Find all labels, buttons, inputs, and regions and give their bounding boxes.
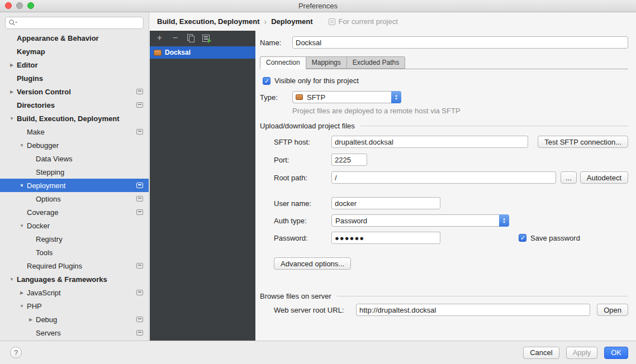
user-name-row: User name:	[274, 197, 628, 209]
chevron-down-icon[interactable]: ▼	[19, 304, 25, 309]
sidebar-item-data-views[interactable]: Data Views	[0, 152, 149, 165]
sidebar-item-debugger[interactable]: ▼Debugger	[0, 138, 149, 152]
web-root-input[interactable]	[356, 304, 590, 316]
project-scope-icon	[136, 263, 143, 269]
auth-type-select[interactable]: Password ▲▼	[331, 214, 509, 227]
port-input[interactable]	[331, 154, 367, 166]
browse-section-header: Browse files on server	[260, 292, 628, 300]
add-server-icon[interactable]: +	[155, 34, 164, 42]
sidebar-item-required-plugins[interactable]: Required Plugins	[0, 259, 149, 272]
server-list-panel: + − Docksal	[150, 31, 255, 341]
save-password-group: Save password	[519, 234, 580, 242]
type-value: SFTP	[305, 93, 389, 102]
tab-connection[interactable]: Connection	[260, 56, 306, 69]
open-button[interactable]: Open	[597, 304, 628, 316]
sidebar-item-label: Data Views	[34, 155, 73, 163]
sidebar-item-label: Registry	[34, 235, 63, 243]
user-name-input[interactable]	[331, 197, 440, 209]
password-input[interactable]	[331, 232, 440, 244]
import-server-icon[interactable]	[202, 35, 210, 42]
search-icon	[8, 19, 17, 27]
sidebar-item-stepping[interactable]: Stepping	[0, 165, 149, 179]
chevron-down-icon[interactable]: ▼	[19, 143, 25, 148]
sidebar-item-debug[interactable]: ▶Debug	[0, 313, 149, 326]
save-password-checkbox[interactable]	[519, 234, 526, 242]
project-scope-icon	[136, 102, 143, 108]
web-root-label: Web server root URL:	[274, 306, 356, 314]
tab-mappings[interactable]: Mappings	[306, 56, 347, 69]
ok-button[interactable]: OK	[604, 347, 628, 359]
sidebar-item-deployment[interactable]: ▼Deployment	[0, 179, 149, 192]
cancel-button[interactable]: Cancel	[523, 347, 559, 359]
window-controls	[5, 2, 34, 9]
root-path-input[interactable]	[331, 171, 556, 184]
server-name: Docksal	[165, 49, 191, 56]
sidebar-item-label: JavaScript	[25, 289, 61, 297]
sidebar-item-php[interactable]: ▼PHP	[0, 299, 149, 313]
tab-excluded-paths[interactable]: Excluded Paths	[347, 56, 405, 69]
chevron-down-icon[interactable]: ▼	[9, 116, 15, 121]
chevron-down-icon[interactable]: ▼	[19, 183, 25, 188]
sidebar-item-docker[interactable]: ▼Docker	[0, 219, 149, 232]
search-input[interactable]	[5, 17, 144, 29]
sidebar-item-appearance-behavior[interactable]: Appearance & Behavior	[0, 31, 149, 45]
type-select[interactable]: SFTP ▲▼	[292, 91, 401, 103]
autodetect-button[interactable]: Autodetect	[580, 171, 628, 184]
chevron-right-icon[interactable]: ▶	[28, 317, 34, 322]
test-sftp-connection-button[interactable]: Test SFTP connection...	[538, 136, 628, 148]
upload-section-header: Upload/download project files	[260, 122, 628, 130]
sidebar-item-build-execution-deployment[interactable]: ▼Build, Execution, Deployment	[0, 112, 149, 125]
sidebar-item-label: Servers	[34, 329, 61, 337]
sftp-host-label: SFTP host:	[274, 138, 331, 146]
chevron-right-icon[interactable]: ▶	[19, 290, 25, 295]
scope-indicator: For current project	[329, 17, 398, 26]
close-window-icon[interactable]	[5, 2, 12, 9]
help-button[interactable]: ?	[10, 347, 22, 358]
project-scope-icon	[136, 196, 143, 202]
sidebar-item-tools[interactable]: Tools	[0, 246, 149, 259]
sidebar-item-plugins[interactable]: Plugins	[0, 71, 149, 85]
visible-only-checkbox[interactable]	[263, 77, 270, 85]
type-help-text: Project files are deployed to a remote h…	[292, 107, 628, 115]
breadcrumb-part-parent[interactable]: Build, Execution, Deployment	[157, 17, 259, 26]
sidebar-item-label: Version Control	[15, 88, 71, 96]
project-scope-icon	[136, 330, 143, 336]
server-list-item-docksal[interactable]: Docksal	[150, 46, 255, 59]
sidebar-item-registry[interactable]: Registry	[0, 232, 149, 246]
copy-server-icon[interactable]	[187, 34, 195, 42]
sidebar-item-version-control[interactable]: ▶Version Control	[0, 85, 149, 98]
breadcrumb: Build, Execution, Deployment › Deploymen…	[150, 12, 636, 31]
sidebar-item-keymap[interactable]: Keymap	[0, 45, 149, 58]
visible-only-label: Visible only for this project	[274, 76, 359, 85]
chevron-right-icon[interactable]: ▶	[9, 89, 15, 94]
sidebar-item-label: Appearance & Behavior	[15, 34, 99, 42]
chevron-right-icon[interactable]: ▶	[9, 63, 15, 68]
window-title: Preferences	[298, 2, 338, 10]
sftp-host-input[interactable]	[331, 136, 528, 148]
stepper-arrows-icon[interactable]: ▲▼	[499, 214, 509, 227]
project-scope-icon	[136, 89, 143, 94]
sidebar-item-editor[interactable]: ▶Editor	[0, 58, 149, 71]
apply-button[interactable]: Apply	[566, 347, 598, 359]
browse-root-path-button[interactable]: ...	[561, 171, 577, 184]
root-path-row: Root path: ... Autodetect	[274, 171, 628, 184]
sidebar-item-options[interactable]: Options	[0, 192, 149, 205]
breadcrumb-separator-icon: ›	[264, 17, 267, 26]
sidebar-item-javascript[interactable]: ▶JavaScript	[0, 286, 149, 299]
port-label: Port:	[274, 156, 331, 164]
remove-server-icon[interactable]: −	[171, 34, 179, 42]
sidebar-item-directories[interactable]: Directories	[0, 98, 149, 112]
deployment-settings-panel: Name: Connection Mappings Excluded Paths…	[255, 31, 636, 341]
server-list-toolbar: + −	[150, 31, 255, 45]
chevron-down-icon[interactable]: ▼	[9, 277, 15, 282]
chevron-down-icon[interactable]: ▼	[19, 223, 25, 228]
zoom-window-icon[interactable]	[27, 2, 34, 9]
sidebar-item-servers[interactable]: Servers	[0, 326, 149, 339]
sidebar-item-make[interactable]: Make	[0, 125, 149, 138]
name-input[interactable]	[292, 36, 628, 49]
sidebar-item-coverage[interactable]: Coverage	[0, 205, 149, 219]
stepper-arrows-icon[interactable]: ▲▼	[391, 91, 401, 103]
password-label: Password:	[274, 234, 331, 242]
advanced-options-button[interactable]: Advanced options...	[274, 257, 351, 270]
sidebar-item-languages-frameworks[interactable]: ▼Languages & Frameworks	[0, 272, 149, 286]
